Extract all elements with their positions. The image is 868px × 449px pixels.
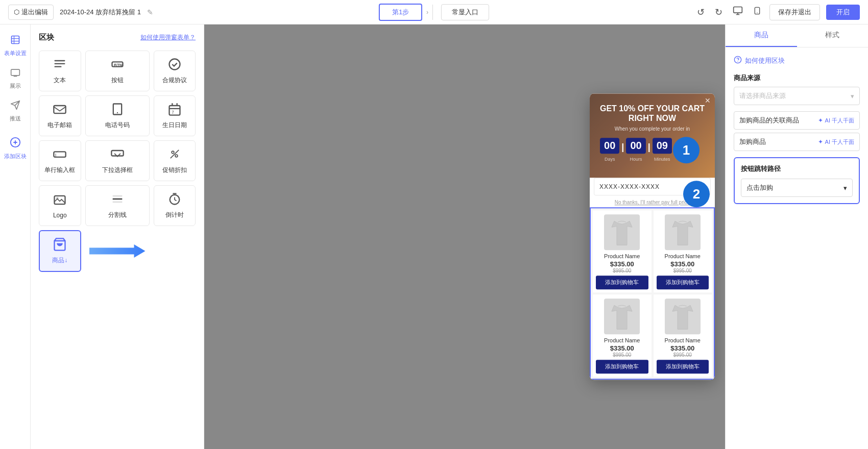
block-item-countdown-label: 倒计时 [165, 211, 184, 219]
logo-block-icon [53, 193, 67, 209]
block-item-text[interactable]: 文本 [39, 51, 81, 91]
tab-products[interactable]: 商品 [726, 24, 797, 47]
step-indicator: 第1步 › 常显入口 [379, 4, 489, 21]
block-item-agreement-label: 合规协议 [162, 76, 187, 85]
page-title: 2024-10-24 放弃结算挽留 1 [60, 8, 141, 17]
popup-close-button[interactable]: ✕ [705, 96, 711, 105]
device-pc-button[interactable] [731, 4, 745, 20]
send-label: 推送 [10, 115, 21, 122]
button-route-select[interactable]: 点击加购 ▾ [741, 179, 853, 197]
block-item-logo[interactable]: Logo [39, 185, 81, 226]
block-item-product[interactable]: 商品↓ [39, 230, 81, 272]
product-card-3: Product Name $335.00 $995.00 添加到购物车 [593, 295, 652, 377]
product-image-1 [604, 215, 640, 251]
block-item-phone[interactable]: 电话号码 [85, 95, 150, 136]
block-item-divider[interactable]: 分割线 [85, 185, 150, 226]
add-to-cart-button-4[interactable]: 添加到购物车 [657, 360, 709, 374]
block-item-countdown[interactable]: 倒计时 [154, 185, 196, 226]
redo-button[interactable]: ↻ [713, 5, 725, 20]
block-item-dropdown[interactable]: 下拉选择框 [85, 140, 150, 181]
step-row: 第1步 › 常显入口 [379, 4, 489, 21]
block-panel: 区块 如何使用弹窗表单？ 文本 BTN 按钮 [31, 24, 204, 449]
display-icon [10, 67, 20, 80]
product-original-price-2: $995.00 [673, 268, 692, 274]
countdown-hours-label: Hours [630, 157, 642, 162]
help-row[interactable]: 如何使用区块 [734, 56, 860, 65]
device-mobile-button[interactable] [751, 4, 763, 20]
block-item-email[interactable]: 电子邮箱 [39, 95, 81, 136]
countdown-sep2: | [648, 142, 650, 153]
product-card-1: Product Name $335.00 $995.00 添加到购物车 [593, 211, 652, 293]
countdown-row: 00 Days | 00 Hours | 09 Minutes 1 [598, 137, 707, 164]
sidebar-item-table-settings[interactable]: 表单设置 [0, 31, 30, 61]
add-to-cart-button-2[interactable]: 添加到购物车 [657, 276, 709, 290]
ai-badge-added: ✦ AI 千人千面 [818, 138, 854, 146]
step-arrow-sep: › [422, 9, 432, 16]
agreement-block-icon [167, 57, 182, 73]
product-grid-wrapper: 2 Product Name $335.00 $995.00 [590, 208, 715, 380]
product-price-4: $335.00 [670, 345, 694, 353]
block-item-button-label: 按钮 [111, 76, 124, 85]
product-image-3 [604, 299, 640, 335]
block-item-button[interactable]: BTN 按钮 [85, 51, 150, 91]
step1-label[interactable]: 第1步 [379, 4, 422, 21]
block-item-agreement[interactable]: 合规协议 [154, 51, 196, 91]
help-icon [734, 56, 742, 65]
table-settings-label: 表单设置 [4, 49, 27, 57]
add-block-icon [10, 137, 21, 151]
svg-point-25 [737, 61, 738, 62]
product-block-icon [53, 237, 67, 253]
option-row-added[interactable]: 加购商品 ✦ AI 千人千面 [734, 133, 860, 151]
ai-badge-related: ✦ AI 千人千面 [818, 117, 854, 124]
discount-block-icon [167, 147, 182, 163]
product-name-2: Product Name [665, 254, 701, 260]
svg-rect-18 [111, 151, 123, 156]
add-to-cart-button-1[interactable]: 添加到购物车 [596, 276, 648, 290]
step-divider [432, 5, 433, 20]
add-block-button[interactable]: 添加区块 [0, 133, 30, 164]
product-image-4 [665, 299, 701, 335]
countdown-block-icon [167, 192, 182, 208]
block-item-birthday[interactable]: 7 生日日期 [154, 95, 196, 136]
product-price-2: $335.00 [670, 261, 694, 268]
canvas-area: ✕ GET 10% OFF YOUR CART RIGHT NOW When y… [204, 24, 725, 449]
save-exit-button[interactable]: 保存并退出 [769, 4, 820, 20]
svg-rect-12 [54, 106, 66, 113]
svg-point-22 [56, 197, 59, 199]
product-name-4: Product Name [665, 338, 701, 344]
product-image-2 [665, 215, 701, 251]
tab-style[interactable]: 样式 [797, 24, 869, 47]
product-price-1: $335.00 [610, 261, 634, 268]
source-select[interactable]: 请选择商品来源 ▾ [734, 87, 860, 105]
normal-entry-button[interactable]: 常显入口 [441, 4, 489, 20]
exit-icon: ⬡ [14, 8, 19, 16]
option-row-related[interactable]: 加购商品的关联商品 ✦ AI 千人千面 [734, 111, 860, 130]
block-panel-help-link[interactable]: 如何使用弹窗表单？ [140, 33, 196, 42]
topbar-right: ↺ ↻ 保存并退出 开启 [695, 4, 860, 20]
countdown-days-value: 00 [600, 138, 619, 154]
block-item-text-label: 文本 [54, 76, 66, 85]
exit-edit-button[interactable]: ⬡ 退出编辑 [8, 5, 54, 20]
add-to-cart-button-3[interactable]: 添加到购物车 [596, 360, 648, 374]
sidebar-item-send[interactable]: 推送 [0, 96, 30, 127]
block-panel-header: 区块 如何使用弹窗表单？ [39, 33, 196, 42]
product-original-price-4: $995.00 [673, 353, 692, 358]
undo-button[interactable]: ↺ [695, 5, 707, 20]
ai-badge-related-label: AI 千人千面 [825, 117, 854, 124]
button-block-icon: BTN [110, 57, 125, 73]
right-panel-content: 如何使用区块 商品来源 请选择商品来源 ▾ 加购商品的关联商品 ✦ AI 千人千… [726, 47, 868, 449]
arrow-indicator [85, 230, 150, 272]
add-block-label: 添加区块 [4, 153, 27, 160]
input-block-icon: I [53, 147, 67, 163]
button-section-box: 按钮跳转路径 点击加购 ▾ [734, 157, 860, 204]
topbar-left: ⬡ 退出编辑 2024-10-24 放弃结算挽留 1 ✎ [8, 5, 153, 20]
block-item-input[interactable]: I 单行输入框 [39, 140, 81, 181]
start-button[interactable]: 开启 [826, 5, 860, 20]
display-label: 展示 [10, 82, 21, 90]
sidebar-item-display[interactable]: 展示 [0, 63, 30, 94]
edit-title-icon[interactable]: ✎ [147, 8, 153, 16]
block-item-discount[interactable]: 促销折扣 [154, 140, 196, 181]
button-section-label: 按钮跳转路径 [741, 164, 853, 173]
ai-badge-added-label: AI 千人千面 [825, 138, 854, 146]
phone-block-icon [110, 102, 125, 118]
